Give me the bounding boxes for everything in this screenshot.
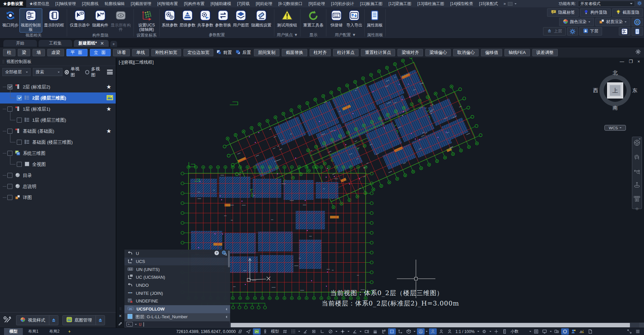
chevron-down-icon[interactable] [298, 330, 301, 333]
ribbon-right-颜色渲染[interactable]: 颜色渲染 [559, 18, 594, 26]
ribbon-button-视图控制面板[interactable]: 视图控制面板 [19, 8, 42, 32]
toolbar-立面[interactable]: 立 面 [90, 49, 111, 56]
toolbar-后置[interactable]: 后置 [235, 50, 252, 56]
status-icon-ruler[interactable] [501, 328, 508, 335]
menu-item-19[interactable]: [15]装配式 [476, 0, 501, 7]
command-item-U[interactable]: U? [124, 250, 230, 258]
view-list-menu-icon[interactable] [106, 69, 113, 75]
chevron-down-icon[interactable] [549, 330, 552, 333]
render-ring-icon[interactable] [632, 18, 643, 26]
menu-item-16[interactable]: [12]梁施工图 [385, 0, 414, 7]
chevron-down-icon[interactable] [347, 330, 351, 333]
menu-item-12[interactable]: [8-1]数据接口 [275, 0, 306, 7]
chevron-down-icon[interactable] [476, 330, 480, 333]
search-dropdown[interactable]: 搜索 [33, 68, 62, 76]
toolbar-style-icon[interactable] [508, 2, 513, 6]
compass-south[interactable]: 南 [613, 105, 618, 111]
toolbar-前置[interactable]: 前置 [216, 50, 232, 56]
chevrons-icon[interactable]: » [503, 1, 506, 6]
status-icon-monitor[interactable] [541, 328, 548, 335]
toolbar-平面[interactable]: 平 面 [66, 49, 88, 56]
status-icon-burger[interactable] [634, 328, 642, 335]
status-icon-dots[interactable] [289, 328, 297, 335]
expand-left-icon[interactable] [224, 308, 227, 311]
chevron-down-icon[interactable] [425, 330, 429, 333]
horizontal-scrollbar[interactable] [230, 323, 639, 328]
nav-pan-hand-icon[interactable] [633, 153, 641, 162]
status-icon-board[interactable] [236, 328, 244, 335]
menu-item-2[interactable]: ★楼层信息 [26, 0, 52, 7]
toolbar-层间复制[interactable]: 层间复制 [254, 49, 279, 56]
status-icon-page[interactable] [586, 328, 594, 335]
drawing-viewport[interactable]: [-][俯视][二维线框] — ❐ × 北 南 西 东 上 WCS ✕ [116, 58, 644, 328]
tree-checkbox[interactable] [17, 118, 22, 123]
ribbon-button-测试用按钮[interactable]: 测试用按钮 [276, 8, 299, 28]
menu-item-6[interactable]: [3]截面管理 [128, 0, 154, 7]
annotation-scale-label[interactable]: 1:1 / 100% [454, 329, 476, 334]
chevron-down-icon[interactable] [335, 330, 338, 333]
command-item-UCS[interactable]: UCS [124, 258, 230, 266]
expand-left-icon[interactable] [224, 316, 227, 318]
toolbar-定位边加宽[interactable]: 定位边加宽 [183, 49, 213, 56]
status-icon-axes[interactable] [396, 328, 404, 335]
status-icon-polar[interactable] [302, 328, 309, 335]
prop-panel-icon[interactable] [632, 27, 643, 36]
status-icon-hash[interactable] [281, 328, 289, 335]
layout-tab-模型[interactable]: 模型 [4, 328, 23, 335]
restore-icon[interactable]: ❐ [629, 59, 633, 64]
tree-row-基础面-楼层三维图-[interactable]: 基础面 (楼层三维图) [0, 137, 116, 148]
settings-gear-icon[interactable] [637, 1, 642, 7]
wcs-dropdown[interactable]: WCS [604, 125, 626, 131]
multi-view-radio[interactable]: 多视图 [85, 66, 103, 78]
status-icon-pin[interactable] [437, 328, 445, 335]
ribbon-button-重置工具条[interactable]: 重置工具条 [302, 8, 325, 28]
status-icon-angle[interactable] [351, 328, 359, 335]
status-icon-listic[interactable] [532, 328, 540, 335]
single-view-radio[interactable]: 单视图 [65, 66, 83, 78]
toolbar-柱对齐[interactable]: 柱对齐 [310, 49, 331, 56]
toolbar-重置柱计算点[interactable]: 重置柱计算点 [361, 49, 395, 56]
status-icon-image[interactable] [253, 328, 261, 335]
nav-orbit-icon[interactable] [633, 181, 641, 190]
tree-checkbox[interactable] [17, 140, 22, 145]
toolbar-取消偏心[interactable]: 取消偏心 [453, 49, 479, 56]
tree-row-2层-楼层三维图-[interactable]: 2层 (楼层三维图) [0, 92, 116, 104]
tools-icon[interactable] [3, 316, 12, 325]
status-icon-pin[interactable] [429, 328, 437, 335]
ribbon-button-系统参数[interactable]: 系统参数 [161, 8, 178, 28]
favorite-star-icon[interactable]: ★ [106, 106, 111, 112]
ribbon-button-共享参数[interactable]: 共享参数 [197, 8, 214, 28]
tree-row-1层-标准层1-[interactable]: 1层 (标准层1)★ [0, 104, 116, 115]
toolbar-单线[interactable]: 单线 [132, 49, 149, 56]
ribbon-button-用户图层[interactable]: 用户图层 [232, 8, 250, 28]
compass-top-face[interactable]: 上 [607, 82, 623, 98]
status-icon-mountain[interactable] [578, 328, 586, 335]
tree-checkbox[interactable] [7, 184, 12, 189]
tree-row-全视图[interactable]: 全视图 [0, 159, 116, 170]
chevron-down-icon[interactable] [359, 330, 363, 333]
viewport-controls-label[interactable]: [-][俯视][二维线框] [119, 59, 154, 65]
floor-filter-dropdown[interactable]: 全部楼层 [2, 68, 31, 76]
tree-row-1层-楼层三维图-[interactable]: 1层 (楼层三维图) [0, 115, 116, 126]
drag-grip-icon[interactable] [119, 307, 121, 311]
toolbar-偏移值[interactable]: 偏移值 [481, 49, 502, 56]
menu-item-7[interactable]: [4]智能布置 [154, 0, 181, 7]
menu-item-8[interactable]: [5]构件布置 [181, 0, 207, 7]
tree-checkbox[interactable] [7, 173, 12, 178]
command-item-UNDO[interactable]: UNDO [124, 281, 230, 289]
ribbon-button-导入导出[interactable]: 导入导出 [345, 8, 363, 28]
tree-row-基础面-基础面-[interactable]: 基础面 (基础面)★ [0, 126, 116, 137]
units-precision-label[interactable]: 小数 [509, 329, 528, 334]
command-item-UCSFOLLOW[interactable]: (x)UCSFOLLOW [124, 305, 230, 313]
status-icon-bluebox[interactable] [388, 328, 396, 335]
status-icon-ports[interactable] [553, 328, 560, 335]
toolbar-截面替换[interactable]: 截面替换 [282, 49, 307, 56]
tree-checkbox[interactable] [7, 107, 12, 112]
tree-row-详图[interactable]: 详图 [0, 192, 116, 203]
ribbon-button-仅显示选中[interactable]: 仅显示选中 [68, 8, 91, 28]
close-tab-icon[interactable]: ✕ [100, 41, 104, 46]
ribbon-button-参数替换[interactable]: 参数替换 [214, 8, 232, 28]
layout-tab-布局1[interactable]: 布局1 [23, 328, 44, 335]
status-icon-plus[interactable] [492, 328, 500, 335]
visual-style-button[interactable]: 视觉样式 [16, 315, 58, 325]
